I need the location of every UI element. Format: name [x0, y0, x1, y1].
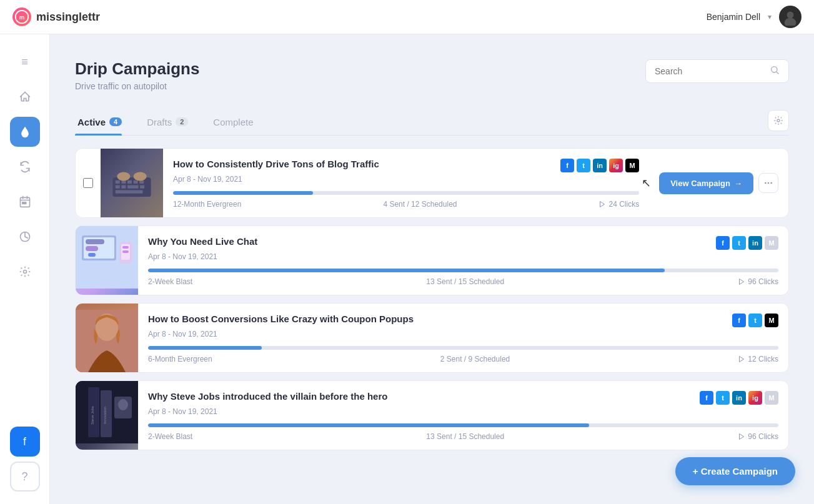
tab-complete[interactable]: Complete: [211, 111, 266, 135]
tab-active[interactable]: Active 4: [75, 111, 134, 135]
svg-rect-22: [116, 185, 120, 189]
clicks-4: 96 Clicks: [738, 432, 778, 441]
svg-point-50: [118, 399, 128, 410]
arrow-right-icon: →: [734, 179, 742, 188]
tab-drafts[interactable]: Drafts 2: [144, 111, 201, 135]
card-actions-1: ↖ View Campaign →: [649, 149, 788, 217]
page-header: Drip Campaigns Drive traffic on autopilo…: [75, 59, 789, 91]
social-ig-1: ig: [609, 159, 623, 172]
card-title-2: Why You Need Live Chat: [148, 236, 257, 247]
card-stats-4: 2-Week Blast 13 Sent / 15 Scheduled 96 C…: [148, 432, 778, 441]
card-body-1: How to Consistently Drive Tons of Blog T…: [163, 149, 649, 217]
social-icons-1: f t in ig M: [560, 159, 639, 172]
sidebar-item-drip[interactable]: [10, 117, 40, 147]
tab-complete-label: Complete: [213, 117, 253, 127]
svg-point-28: [134, 172, 147, 181]
main-content: Drip Campaigns Drive traffic on autopilo…: [50, 34, 814, 504]
svg-point-15: [777, 119, 780, 122]
social-tw-3: t: [748, 314, 762, 327]
card-title-4: Why Steve Jobs introduced the villain be…: [148, 391, 387, 402]
sidebar-item-analytics[interactable]: [10, 222, 40, 252]
progress-fill-2: [148, 269, 665, 272]
view-campaign-label: View Campaign: [670, 179, 730, 188]
svg-text:m: m: [19, 14, 24, 21]
svg-point-29: [765, 182, 767, 184]
tab-active-label: Active: [77, 117, 106, 127]
card-sent-4: 13 Sent / 15 Scheduled: [426, 432, 504, 441]
page-title: Drip Campaigns: [75, 59, 199, 79]
logo[interactable]: m missinglettr: [12, 7, 100, 26]
social-dim-2: M: [765, 236, 778, 250]
svg-rect-37: [88, 253, 96, 257]
card-title-3: How to Boost Conversions Like Crazy with…: [148, 314, 414, 324]
sidebar-item-help[interactable]: ?: [10, 462, 40, 492]
clicks-3: 12 Clicks: [738, 355, 778, 363]
card-title-1: How to Consistently Drive Tons of Blog T…: [173, 159, 379, 169]
app-name: missinglettr: [36, 11, 100, 24]
svg-point-12: [23, 270, 26, 274]
card-sent-1: 4 Sent / 12 Scheduled: [383, 200, 457, 209]
social-icons-2: f t in M: [716, 236, 778, 250]
user-name[interactable]: Benjamin Dell: [707, 12, 760, 22]
card-date-3: Apr 8 - Nov 19, 2021: [148, 330, 778, 338]
campaign-card-4: Steve Jobs Innovation Why Steve Jobs int…: [75, 380, 789, 450]
sidebar-item-settings[interactable]: [10, 257, 40, 287]
svg-point-27: [117, 172, 130, 181]
card-body-4: Why Steve Jobs introduced the villain be…: [138, 381, 788, 450]
sidebar-item-calendar[interactable]: [10, 187, 40, 217]
card-stats-3: 6-Month Evergreen 2 Sent / 9 Scheduled 1…: [148, 355, 778, 363]
progress-fill-1: [173, 191, 313, 195]
social-tw-4: t: [716, 391, 730, 405]
progress-fill-4: [148, 423, 589, 427]
page-title-group: Drip Campaigns Drive traffic on autopilo…: [75, 59, 199, 91]
social-md-1: M: [625, 159, 639, 172]
clicks-count-4: 96 Clicks: [748, 432, 778, 441]
card-type-4: 2-Week Blast: [148, 432, 192, 441]
progress-bar-2: [148, 269, 778, 272]
svg-rect-25: [140, 185, 144, 189]
avatar[interactable]: [779, 6, 802, 28]
progress-fill-3: [148, 346, 262, 350]
social-fb-2: f: [716, 236, 730, 250]
topnav-right: Benjamin Dell ▾: [707, 6, 802, 28]
search-icon: [770, 65, 780, 77]
search-box[interactable]: [645, 59, 789, 83]
view-campaign-button[interactable]: View Campaign →: [659, 172, 753, 194]
card-date-4: Apr 8 - Nov 19, 2021: [148, 407, 778, 416]
card-type-3: 6-Month Evergreen: [148, 355, 212, 363]
svg-rect-40: [122, 246, 129, 249]
social-tw-1: t: [577, 159, 590, 172]
card-thumbnail-2: [76, 226, 138, 295]
svg-rect-36: [86, 246, 98, 251]
tabs-settings-button[interactable]: [768, 110, 789, 131]
svg-point-31: [770, 182, 772, 184]
card-checkbox-1[interactable]: [76, 149, 101, 217]
card-date-2: Apr 8 - Nov 19, 2021: [148, 252, 778, 261]
card-type-2: 2-Week Blast: [148, 277, 192, 286]
sidebar-item-menu[interactable]: ≡: [10, 47, 40, 77]
create-campaign-button[interactable]: + Create Campaign: [675, 457, 795, 485]
more-options-button-1[interactable]: [758, 173, 778, 193]
svg-rect-23: [121, 185, 126, 189]
svg-point-13: [772, 67, 777, 72]
svg-line-14: [777, 72, 778, 74]
social-tw-2: t: [732, 236, 746, 250]
clicks-count-1: 24 Clicks: [608, 200, 639, 209]
social-li-2: in: [748, 236, 762, 250]
social-fb-1: f: [560, 159, 574, 172]
page-subtitle: Drive traffic on autopilot: [75, 81, 199, 91]
clicks-2: 96 Clicks: [738, 277, 778, 286]
chevron-down-icon[interactable]: ▾: [768, 12, 772, 21]
checkbox-1[interactable]: [83, 178, 93, 188]
sidebar-item-facebook[interactable]: f: [10, 427, 40, 457]
campaign-card-2: Why You Need Live Chat f t in M Apr 8 - …: [75, 225, 789, 295]
sidebar-item-home[interactable]: [10, 82, 40, 112]
social-fb-4: f: [700, 391, 713, 405]
social-icons-3: f t M: [732, 314, 778, 327]
clicks-1: 24 Clicks: [598, 200, 639, 209]
card-body-3: How to Boost Conversions Like Crazy with…: [138, 304, 788, 372]
search-input[interactable]: [655, 66, 765, 76]
clicks-count-2: 96 Clicks: [748, 277, 778, 286]
card-date-1: Apr 8 - Nov 19, 2021: [173, 175, 639, 184]
sidebar-item-refresh[interactable]: [10, 152, 40, 182]
